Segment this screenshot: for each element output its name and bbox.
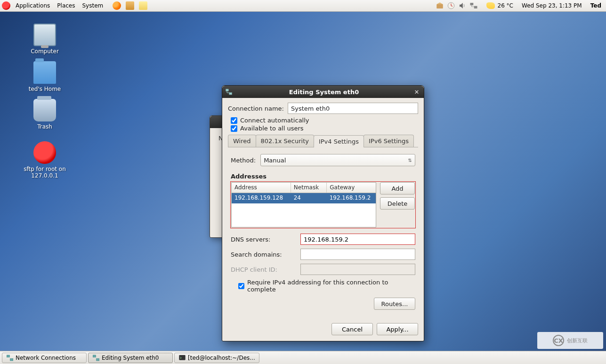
svg-rect-10 [179, 355, 185, 360]
network-icon [92, 354, 100, 362]
trash-icon [33, 99, 56, 121]
watermark-logo-icon: CX [553, 335, 564, 346]
task-editing-system-eth0[interactable]: Editing System eth0 [88, 353, 173, 363]
svg-rect-2 [470, 3, 473, 5]
dhcp-client-id-label: DHCP client ID: [231, 266, 297, 273]
redhat-icon [33, 141, 56, 164]
tab-wired[interactable]: Wired [228, 135, 256, 147]
connection-name-label: Connection name: [228, 105, 284, 112]
delete-button[interactable]: Delete [380, 197, 415, 210]
add-button[interactable]: Add [380, 182, 415, 194]
connection-name-input[interactable] [288, 103, 418, 114]
require-ipv4-checkbox[interactable] [238, 283, 244, 289]
dns-servers-input[interactable] [301, 234, 415, 244]
close-button[interactable]: ✕ [412, 88, 421, 96]
svg-rect-0 [436, 4, 443, 8]
connect-automatically-checkbox[interactable] [231, 117, 237, 124]
date-time-label[interactable]: Wed Sep 23, 1:13 PM [522, 2, 582, 9]
computer-icon [33, 24, 56, 46]
temperature-label: 26 °C [498, 2, 513, 9]
places-menu[interactable]: Places [54, 1, 78, 10]
column-gateway[interactable]: Gateway [327, 183, 376, 193]
network-status-icon[interactable] [469, 1, 478, 10]
svg-rect-9 [97, 358, 99, 361]
desktop-icon-label: Computer [21, 48, 68, 55]
search-domains-label: Search domains: [231, 251, 297, 258]
user-menu[interactable]: Ted [590, 2, 601, 9]
addresses-label: Addresses [231, 173, 415, 180]
redhat-logo-icon [2, 1, 10, 10]
dhcp-client-id-input [300, 264, 415, 275]
require-ipv4-label: Require IPv4 addressing for this connect… [247, 279, 415, 293]
routes-button[interactable]: Routes... [374, 298, 415, 310]
task-network-connections[interactable]: Network Connections [2, 353, 87, 363]
watermark: CX 创新互联 [537, 332, 603, 349]
column-netmask[interactable]: Netmask [291, 183, 327, 193]
note-launcher-icon[interactable] [139, 1, 147, 10]
network-icon [225, 88, 233, 96]
task-label: Editing System eth0 [102, 355, 159, 361]
network-icon [6, 354, 14, 362]
method-label: Method: [231, 157, 256, 164]
gateway-cell: 192.168.159.2 [327, 193, 376, 203]
apply-button[interactable]: Apply... [377, 323, 418, 335]
ipv4-settings-panel: Method: Manual ⇅ Addresses Address Netma… [228, 147, 418, 313]
connect-automatically-label: Connect automatically [240, 117, 309, 124]
chevron-updown-icon: ⇅ [408, 158, 412, 163]
editing-connection-dialog: Editing System eth0 ✕ Connection name: C… [222, 85, 424, 341]
dialog-title: Editing System eth0 [235, 89, 412, 96]
volume-icon[interactable] [458, 1, 467, 10]
method-value: Manual [264, 157, 286, 164]
firefox-launcher-icon[interactable] [113, 1, 121, 10]
bottom-panel: Network Connections Editing System eth0 … [0, 351, 606, 364]
tab-8021x-security[interactable]: 802.1x Security [256, 135, 314, 147]
tab-ipv6-settings[interactable]: IPv6 Settings [364, 135, 414, 147]
svg-rect-6 [7, 355, 9, 357]
applications-menu[interactable]: Applications [13, 1, 53, 10]
search-domains-input[interactable] [300, 249, 415, 260]
netmask-cell: 24 [291, 193, 327, 203]
task-label: Network Connections [16, 355, 76, 361]
task-terminal[interactable]: [ted@localhost:~/Des... [174, 353, 259, 363]
available-all-users-label: Available to all users [240, 125, 304, 132]
desktop-icon-sftp[interactable]: sftp for root on 127.0.0.1 [14, 141, 75, 179]
task-label: [ted@localhost:~/Des... [188, 355, 255, 361]
terminal-icon [178, 354, 186, 362]
top-panel: Applications Places System 26 °C Wed Sep… [0, 0, 606, 12]
svg-rect-8 [93, 355, 96, 357]
address-row[interactable]: 192.168.159.128 24 192.168.159.2 [232, 193, 376, 203]
address-cell: 192.168.159.128 [232, 193, 291, 203]
desktop-icon-label: ted's Home [21, 86, 68, 92]
package-update-icon[interactable] [436, 1, 444, 10]
desktop-icon-home[interactable]: ted's Home [21, 61, 68, 92]
watermark-text: 创新互联 [567, 337, 588, 344]
available-all-users-checkbox[interactable] [231, 125, 237, 132]
system-menu[interactable]: System [79, 1, 106, 10]
svg-rect-4 [226, 89, 228, 91]
svg-rect-5 [229, 92, 232, 95]
method-combobox[interactable]: Manual ⇅ [260, 154, 415, 166]
weather-icon [486, 2, 495, 9]
settings-tabs: Wired 802.1x Security IPv4 Settings IPv6… [228, 135, 418, 147]
column-address[interactable]: Address [232, 183, 291, 193]
desktop-icon-computer[interactable]: Computer [21, 24, 68, 55]
desktop-icon-label: Trash [21, 123, 68, 130]
package-launcher-icon[interactable] [126, 1, 134, 10]
svg-rect-7 [10, 358, 13, 361]
dns-servers-label: DNS servers: [231, 236, 297, 243]
desktop-icon-trash[interactable]: Trash [21, 99, 68, 130]
clock-applet-icon[interactable] [447, 1, 455, 10]
tab-ipv4-settings[interactable]: IPv4 Settings [314, 135, 364, 147]
dialog-titlebar[interactable]: Editing System eth0 ✕ [222, 86, 424, 98]
addresses-table[interactable]: Address Netmask Gateway 192.168.159.128 … [231, 182, 376, 227]
cancel-button[interactable]: Cancel [331, 323, 373, 335]
svg-rect-3 [474, 6, 477, 8]
desktop-icon-label: sftp for root on 127.0.0.1 [14, 166, 75, 179]
home-folder-icon [33, 61, 56, 84]
